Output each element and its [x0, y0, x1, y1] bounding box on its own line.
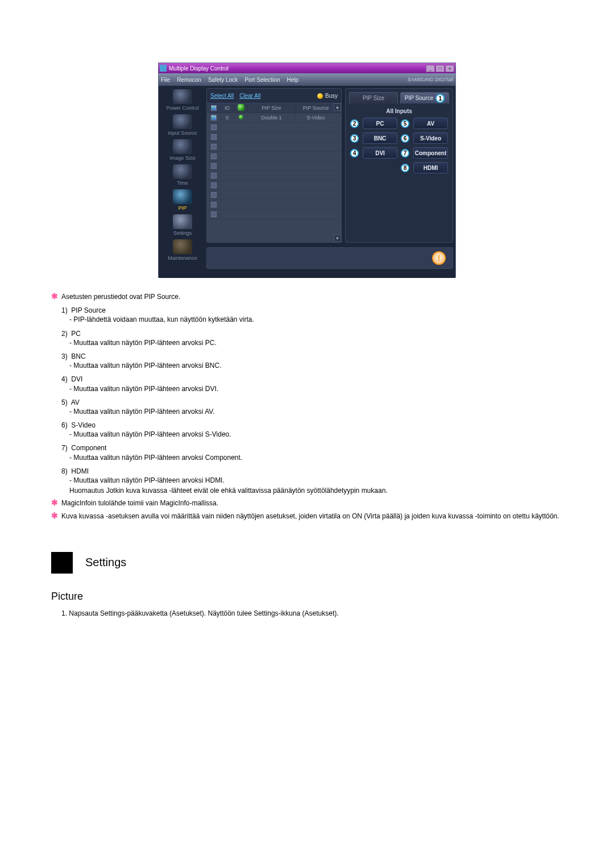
sidebar-item-input-source[interactable]: Input Source — [159, 113, 206, 138]
intro-text: Asetusten perustiedot ovat PIP Source. — [61, 292, 180, 301]
display-table: IDPIP SizePIP Source0Double 1S-Video▲▼ — [207, 103, 341, 242]
power-icon — [173, 89, 192, 104]
doc-item-desc: - Muuttaa valitun näytön PIP-lähteen arv… — [51, 361, 563, 370]
source-button-pc[interactable]: PC — [363, 118, 397, 129]
sidebar: Power Control Input Source Image Size Ti… — [159, 86, 206, 278]
table-row[interactable] — [207, 200, 341, 210]
menu-safety-lock[interactable]: Safety Lock — [208, 77, 238, 83]
doc-item: 8) HDMI — [51, 467, 563, 476]
brand-label: SAMSUNG DIGITall — [408, 77, 453, 82]
table-row[interactable] — [207, 210, 341, 219]
app-icon — [160, 65, 167, 72]
scroll-down-button[interactable]: ▼ — [334, 235, 341, 242]
row-checkbox[interactable] — [211, 115, 217, 121]
cell-pip-source: S-Video — [296, 115, 337, 121]
sidebar-item-image-size[interactable]: Image Size — [159, 138, 206, 163]
table-row[interactable] — [207, 171, 341, 181]
row-checkbox[interactable] — [211, 173, 217, 178]
maintenance-icon — [173, 239, 192, 254]
table-row[interactable] — [207, 123, 341, 132]
image-size-icon — [173, 139, 192, 154]
row-checkbox[interactable] — [211, 211, 217, 217]
sidebar-item-settings[interactable]: Settings — [159, 213, 206, 238]
row-checkbox[interactable] — [211, 163, 217, 169]
row-checkbox[interactable] — [211, 192, 217, 198]
cell-status — [234, 115, 248, 121]
window-maximize-button[interactable]: □ — [435, 65, 445, 72]
doc-item: 1) PIP Source — [51, 306, 563, 315]
menu-remocon[interactable]: Remocon — [177, 77, 201, 83]
busy-indicator: Busy — [317, 93, 338, 99]
col-pip-size[interactable]: PIP Size — [248, 105, 296, 111]
callout-number: 2 — [350, 119, 359, 128]
source-button-dvi[interactable]: DVI — [363, 147, 397, 159]
sidebar-item-power-control[interactable]: Power Control — [159, 88, 206, 113]
picture-step-1: 1. Napsauta Settings-pääkuvaketta (Asetu… — [51, 609, 563, 618]
warning-icon — [432, 251, 446, 265]
row-checkbox[interactable] — [211, 124, 217, 130]
menubar: File Remocon Safety Lock Port Selection … — [159, 73, 455, 86]
doc-item: 5) AV — [51, 398, 563, 407]
col-pip-source[interactable]: PIP Source — [296, 105, 337, 111]
col-checkbox[interactable] — [207, 105, 221, 111]
row-checkbox[interactable] — [211, 202, 217, 207]
pip-usage-note: Kuva kuvassa -asetuksen avulla voi määri… — [61, 512, 559, 521]
tab-label: PIP Source — [405, 95, 433, 101]
table-row[interactable]: 0Double 1S-Video — [207, 113, 341, 123]
table-row[interactable] — [207, 132, 341, 142]
source-button-s-video[interactable]: S-Video — [413, 132, 448, 144]
select-all-button[interactable]: Select All — [210, 93, 234, 99]
source-button-bnc[interactable]: BNC — [363, 132, 397, 144]
table-row[interactable] — [207, 190, 341, 200]
section-icon — [51, 552, 73, 574]
doc-item-desc: - Muuttaa valitun näytön PIP-lähteen arv… — [51, 453, 563, 462]
sidebar-item-label: Settings — [173, 230, 192, 236]
col-status[interactable] — [234, 104, 248, 112]
doc-item-desc: - PIP-lähdettä voidaan muuttaa, kun näyt… — [51, 315, 563, 324]
doc-item: 3) BNC — [51, 352, 563, 361]
window-minimize-button[interactable]: _ — [426, 65, 435, 72]
table-row[interactable] — [207, 181, 341, 190]
source-button-av[interactable]: AV — [413, 118, 448, 129]
callout-number: 6 — [401, 134, 409, 143]
row-checkbox[interactable] — [211, 182, 217, 188]
window-close-button[interactable]: × — [445, 65, 454, 72]
star-icon: ✱ — [51, 499, 58, 508]
clear-all-button[interactable]: Clear All — [239, 93, 260, 99]
sidebar-item-maintenance[interactable]: Maintenance — [159, 238, 206, 263]
doc-item: 7) Component — [51, 443, 563, 452]
menu-port-selection[interactable]: Port Selection — [244, 77, 280, 83]
menu-help[interactable]: Help — [287, 77, 298, 83]
table-row[interactable] — [207, 152, 341, 161]
magicinfo-note: MagicInfoin tulolähde toimii vain MagicI… — [61, 499, 218, 508]
doc-item-desc: - Muuttaa valitun näytön PIP-lähteen arv… — [51, 430, 563, 439]
source-button-component[interactable]: Component — [413, 147, 448, 159]
col-id[interactable]: ID — [221, 105, 234, 111]
app-window: Multiple Display Control _ □ × File Remo… — [158, 63, 456, 277]
time-icon — [173, 164, 192, 179]
row-checkbox[interactable] — [211, 144, 217, 149]
cell-pip-size: Double 1 — [248, 115, 296, 121]
titlebar: Multiple Display Control _ □ × — [159, 63, 455, 73]
table-row[interactable] — [207, 161, 341, 171]
settings-icon — [173, 214, 192, 229]
callout-number: 4 — [350, 149, 359, 157]
sidebar-item-label: PIP — [179, 205, 187, 211]
row-checkbox[interactable] — [211, 153, 217, 159]
table-row[interactable] — [207, 142, 341, 152]
scroll-up-button[interactable]: ▲ — [334, 103, 341, 111]
sidebar-item-label: Input Source — [168, 130, 197, 136]
menu-file[interactable]: File — [161, 77, 170, 83]
busy-dot-icon — [317, 93, 323, 99]
tab-pip-size[interactable]: PIP Size — [349, 92, 398, 103]
sidebar-item-label: Maintenance — [168, 255, 197, 261]
doc-item-desc: - Muuttaa valitun näytön PIP-lähteen arv… — [51, 476, 563, 485]
sidebar-item-pip[interactable]: PIP — [159, 188, 206, 213]
status-icon — [238, 104, 244, 111]
display-list-panel: Select All Clear All Busy IDPIP SizePIP … — [206, 88, 342, 243]
source-button-hdmi[interactable]: HDMI — [413, 162, 448, 173]
sidebar-item-time[interactable]: Time — [159, 163, 206, 188]
callout-number: 7 — [401, 149, 409, 157]
tab-pip-source[interactable]: PIP Source 1 — [400, 92, 449, 103]
row-checkbox[interactable] — [211, 134, 217, 140]
